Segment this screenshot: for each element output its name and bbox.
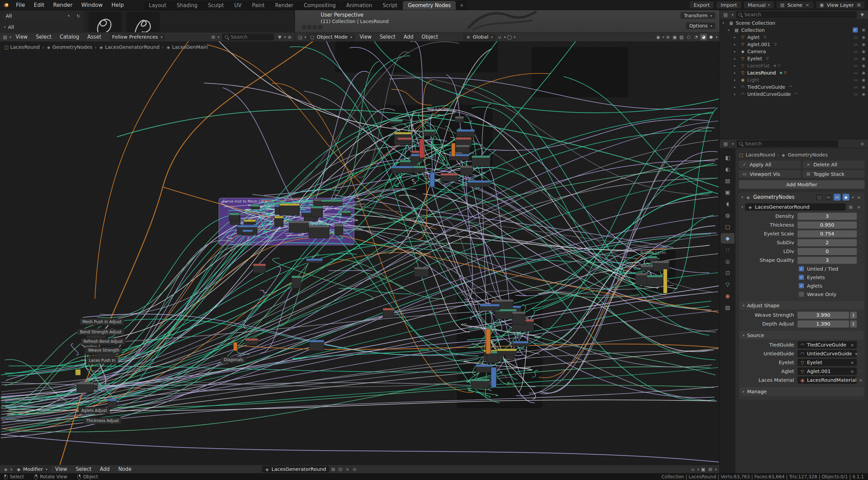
value-slider[interactable]: 2	[797, 239, 857, 246]
menu-catalog[interactable]: Catalog	[56, 33, 83, 41]
visibility-icon[interactable]: ◉	[655, 34, 661, 40]
disclosure-icon[interactable]: ▸	[734, 57, 738, 60]
filter-icon[interactable]: ▼	[859, 12, 865, 18]
proportional-edit-icon[interactable]: ◯	[507, 34, 513, 40]
value-slider[interactable]: 0.754	[797, 230, 857, 237]
add-modifier-button[interactable]: Add Modifier	[739, 180, 865, 189]
modifier-panel-header[interactable]: ▾ ◈ GeometryNodes ▢ ▭ ▭ ◉ ▾ ×	[738, 192, 865, 202]
node[interactable]: Refresh Bend Adjust	[81, 338, 125, 345]
tab-texture[interactable]: ▨	[721, 302, 734, 313]
tab-object-data[interactable]: ▽	[721, 279, 734, 290]
animate-dot-icon[interactable]: ·	[857, 249, 863, 254]
edit-mode-toggle[interactable]: ▢	[816, 194, 823, 201]
tab-constraints[interactable]: ⊡	[721, 268, 734, 278]
menu-add[interactable]: Add	[96, 465, 114, 473]
tab-script[interactable]: Script	[377, 1, 402, 10]
render-visibility-icon[interactable]: ◉	[862, 92, 865, 97]
render-visibility-icon[interactable]: ◉	[862, 35, 865, 40]
outliner-row-object[interactable]: ▸ ◉ Light ▭◉	[720, 76, 868, 83]
toggle-stack-button[interactable]: ⊞Toggle Stack	[803, 170, 865, 178]
node-graph[interactable]	[0, 41, 719, 465]
viewport-visibility-icon[interactable]: ▭	[854, 49, 857, 54]
disclosure-icon[interactable]: ▸	[734, 43, 738, 46]
unlink-icon[interactable]: ×	[850, 360, 854, 365]
node[interactable]: Laces Push In	[86, 357, 118, 364]
viewport-visibility-icon[interactable]: ▭	[854, 85, 857, 89]
disclosure-icon[interactable]: ▾	[743, 304, 745, 307]
menu-edit[interactable]: Edit	[29, 0, 49, 10]
outliner-search[interactable]	[736, 11, 857, 18]
disclosure-icon[interactable]: ▸	[743, 390, 745, 393]
disclosure-icon[interactable]: ▸	[734, 36, 738, 39]
checkbox-checked[interactable]: ✓	[799, 275, 804, 280]
outliner-row-object[interactable]: ▸ ◆ Camera ▭◉	[720, 48, 868, 55]
outliner-row-object[interactable]: ▸ ▽ Aglet ▽ ▭◉	[720, 34, 868, 41]
outliner-row-object[interactable]: ▸ ◠ TiedCurveGuide ◠ ▭◉	[720, 83, 868, 90]
display-size-icon[interactable]: ⊞	[210, 34, 216, 40]
animate-dot-icon[interactable]: ·	[857, 223, 863, 228]
outliner-row-object[interactable]: ▸ ◠ UntiedCurveGuide ◠ ▭◉	[720, 90, 868, 98]
view-layer-selector[interactable]: ▣ View Layer ⊞	[816, 1, 865, 8]
gizmo-icon[interactable]: ⊕	[665, 34, 671, 40]
add-workspace-button[interactable]: +	[456, 1, 467, 10]
tab-physics[interactable]: ◎	[721, 256, 734, 267]
render-visibility-icon[interactable]: ◉	[862, 63, 865, 68]
animate-dot-icon[interactable]: ·	[857, 369, 863, 374]
checkbox-unchecked[interactable]: ✓	[799, 292, 804, 297]
menu-select[interactable]: Select	[32, 33, 55, 41]
asset-search[interactable]	[222, 34, 274, 41]
menu-asset[interactable]: Asset	[84, 33, 105, 41]
tab-paint[interactable]: Paint	[247, 1, 270, 10]
value-slider[interactable]: 0.950	[797, 222, 857, 229]
catalog-item-all[interactable]: ▾ All	[4, 24, 14, 30]
node[interactable]: Mesh Push In Adjust	[80, 318, 124, 325]
render-visibility-icon[interactable]: ◉	[862, 70, 865, 75]
value-slider[interactable]: 3	[797, 213, 857, 220]
tab-output[interactable]: ▤	[721, 175, 734, 186]
shading-rendered-icon[interactable]: ●	[708, 34, 714, 40]
node-tree-type-dropdown[interactable]: ◆ Modifier ▾	[13, 466, 51, 473]
snap-magnet-icon[interactable]: ∪	[497, 34, 503, 40]
menu-view[interactable]: View	[52, 465, 71, 473]
node-editor-icon[interactable]: ◈	[3, 466, 9, 472]
animate-dot-icon[interactable]: ·	[857, 351, 863, 356]
shading-solid-icon[interactable]: ◔	[693, 34, 699, 40]
shading-material-icon[interactable]: ◕	[700, 34, 707, 40]
object-picker[interactable]: ◠ UntiedCurveGuide ×	[797, 350, 857, 357]
import-method-dropdown[interactable]: Follow Preferences▾	[109, 34, 165, 41]
menu-help[interactable]: Help	[107, 0, 128, 10]
asset-search-input[interactable]	[231, 34, 271, 40]
object-picker[interactable]: ▽ Eyelet ×	[797, 359, 857, 366]
render-visibility-icon[interactable]: ◉	[862, 85, 865, 89]
disclosure-icon[interactable]: ▸	[734, 71, 738, 75]
animate-dot-icon[interactable]: ·	[857, 342, 863, 348]
camera-visibility-icon[interactable]: ◉	[862, 27, 865, 33]
disclosure-icon[interactable]: ▸	[734, 50, 738, 53]
breadcrumb-segment[interactable]: ◈ LacesGenMain	[166, 44, 208, 50]
disclosure-icon[interactable]: ▾	[728, 28, 732, 32]
menu-object[interactable]: Object	[418, 33, 442, 41]
tab-render[interactable]: ◐	[721, 164, 734, 174]
xray-icon[interactable]: ▨	[678, 34, 685, 40]
pin-icon[interactable]: ⊙	[859, 141, 865, 147]
outliner-search-input[interactable]	[744, 12, 854, 17]
subpanel-source[interactable]: ▾ Source	[740, 331, 864, 339]
asset-browser-editor-icon[interactable]: ▤	[2, 34, 8, 40]
viewport-visibility-icon[interactable]: ▭	[854, 35, 857, 40]
breadcrumb-segment[interactable]: □ LacesRound	[4, 44, 40, 50]
tab-scene[interactable]: ◖	[721, 199, 734, 209]
node-group-selector[interactable]: ◈ LacesGeneratorRound	[262, 466, 329, 473]
menu-select[interactable]: Select	[376, 33, 399, 41]
overlays-icon[interactable]: ▣	[700, 466, 706, 472]
snap-magnet-icon[interactable]: ∪	[690, 466, 696, 472]
viewport-visibility-icon[interactable]: ▭	[854, 63, 857, 68]
manual-button[interactable]: Manual▾	[744, 1, 774, 8]
menu-add[interactable]: Add	[400, 33, 417, 41]
orientation-dropdown[interactable]: ⊕ Global▾	[463, 34, 496, 41]
node[interactable]: Aglets Adjust	[79, 407, 110, 414]
tab-tool[interactable]: ◧	[721, 152, 734, 163]
outliner-row-scene-collection[interactable]: ▾ ▦ Scene Collection	[720, 19, 868, 26]
outliner-row-object[interactable]: ▸ ▽ LacesFlat ◈▽ ▭◉	[720, 62, 868, 69]
tab-shading[interactable]: Shading	[172, 1, 202, 10]
viewport-visibility-icon[interactable]: ▭	[854, 70, 857, 75]
